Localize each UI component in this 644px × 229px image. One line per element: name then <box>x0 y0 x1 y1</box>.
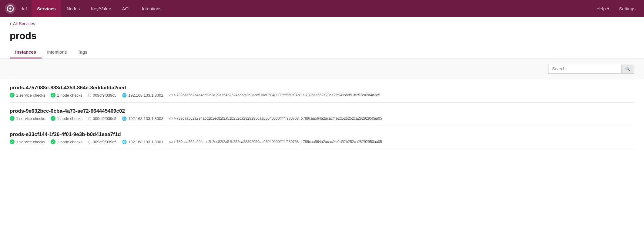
svg-point-4 <box>12 9 14 11</box>
service-meta: ✓ 1 service checks ✓ 1 node checks ⬡ 009… <box>10 93 634 98</box>
address-label: 192.168.133.1:8001 <box>128 140 163 144</box>
node-checks-label: 1 node checks <box>57 140 82 144</box>
svg-point-2 <box>9 8 12 10</box>
search-wrapper: 🔍 <box>548 64 634 74</box>
nav-services[interactable]: Services <box>32 0 61 17</box>
tag-icon: 🏷 <box>169 93 173 98</box>
tags-item: 🏷 t-789caa562a294acc2b2ec82f2a51b252ca28… <box>169 116 382 121</box>
service-name[interactable]: prods-e33cf144-1f26-4f01-9e3b-b0d41eaa7f… <box>10 131 634 138</box>
link-icon: ⬡ <box>88 116 91 121</box>
node-id-item: ⬡ 009cf9f039c5 <box>88 93 116 98</box>
nav-keyvalue[interactable]: Key/Value <box>85 0 116 17</box>
link-icon: ⬡ <box>88 140 91 144</box>
help-button[interactable]: Help ▾ <box>593 6 613 11</box>
service-meta: ✓ 1 service checks ✓ 1 node checks ⬡ 009… <box>10 139 634 144</box>
service-checks-label: 1 service checks <box>16 93 45 98</box>
node-check-icon: ✓ <box>51 93 55 98</box>
search-bar-row: 🔍 <box>0 58 644 79</box>
nav-nodes[interactable]: Nodes <box>61 0 85 17</box>
breadcrumb[interactable]: ‹ All Services <box>0 17 644 30</box>
globe-icon: 🌐 <box>122 93 127 98</box>
consul-logo-icon <box>5 3 16 14</box>
service-meta: ✓ 1 service checks ✓ 1 node checks ⬡ 009… <box>10 116 634 121</box>
table-row: prods-9e632bcc-0cba-4a73-ae72-664445409c… <box>10 102 634 126</box>
tags-item: 🏷 t-789caa562a4a4dcf2c2e29aa54b2524acecf… <box>169 93 380 98</box>
node-checks-label: 1 node checks <box>57 93 82 98</box>
address-label: 192.168.133.1:8003 <box>128 116 163 121</box>
table-row: prods-e33cf144-1f26-4f01-9e3b-b0d41eaa7f… <box>10 126 634 149</box>
node-checks-item: ✓ 1 node checks <box>51 93 82 98</box>
service-check-icon: ✓ <box>10 116 15 121</box>
service-checks-item: ✓ 1 service checks <box>10 139 45 144</box>
svg-point-3 <box>10 5 11 6</box>
node-id-label: 009cf9f039c5 <box>93 140 116 144</box>
navbar: dc1 Services Nodes Key/Value ACL Intenti… <box>0 0 644 17</box>
page-title: prods <box>0 30 644 46</box>
datacenter-label[interactable]: dc1 <box>18 6 30 11</box>
breadcrumb-label: All Services <box>13 21 35 26</box>
node-id-item: ⬡ 009cf9f039c5 <box>88 140 116 144</box>
address-label: 192.168.133.1:8002 <box>128 93 163 98</box>
service-checks-item: ✓ 1 service checks <box>10 116 45 121</box>
nav-intentions[interactable]: Intentions <box>136 0 167 17</box>
tab-instances[interactable]: Instances <box>10 46 42 58</box>
node-check-icon: ✓ <box>51 139 55 144</box>
service-checks-item: ✓ 1 service checks <box>10 93 45 98</box>
tags-label: t-789caa562a294acc2b2ec82f2a51b252ca2829… <box>174 140 382 144</box>
node-checks-item: ✓ 1 node checks <box>51 139 82 144</box>
node-checks-item: ✓ 1 node checks <box>51 116 82 121</box>
navbar-right: Help ▾ Settings <box>593 6 639 11</box>
tags-item: 🏷 t-789caa562a294acc2b2ec82f2a51b252ca28… <box>169 140 382 144</box>
nav-items: Services Nodes Key/Value ACL Intentions <box>32 0 593 17</box>
node-id-item: ⬡ 009cf9f039c5 <box>88 116 116 121</box>
tab-intentions[interactable]: Intentions <box>42 46 72 58</box>
tag-icon: 🏷 <box>169 116 173 121</box>
globe-icon: 🌐 <box>122 116 127 121</box>
search-icon: 🔍 <box>625 67 630 71</box>
address-item: 🌐 192.168.133.1:8002 <box>122 93 163 98</box>
tab-tags[interactable]: Tags <box>72 46 93 58</box>
service-list: prods-4757088e-883d-4353-864e-8eddadda2c… <box>0 79 644 149</box>
service-name[interactable]: prods-4757088e-883d-4353-864e-8eddadda2c… <box>10 85 634 91</box>
search-input[interactable] <box>548 64 621 73</box>
address-item: 🌐 192.168.133.1:8003 <box>122 116 163 121</box>
node-id-label: 009cf9f039c5 <box>93 93 116 98</box>
service-checks-label: 1 service checks <box>16 140 45 144</box>
table-row: prods-4757088e-883d-4353-864e-8eddadda2c… <box>10 79 634 102</box>
node-id-label: 009cf9f039c5 <box>93 116 116 121</box>
tabs-bar: Instances Intentions Tags <box>0 46 644 58</box>
link-icon: ⬡ <box>88 93 91 98</box>
nav-acl[interactable]: ACL <box>117 0 136 17</box>
tags-label: t-789caa562a294acc2b2ec82f2a51b252ca2829… <box>174 116 382 121</box>
svg-point-5 <box>7 9 8 11</box>
settings-button[interactable]: Settings <box>615 6 639 11</box>
tags-label: t-789caa562a4a4dcf2c2e29aa54b2524acecf2b… <box>174 93 380 97</box>
globe-icon: 🌐 <box>122 140 127 144</box>
node-checks-label: 1 node checks <box>57 116 82 121</box>
node-check-icon: ✓ <box>51 116 55 121</box>
address-item: 🌐 192.168.133.1:8001 <box>122 140 163 144</box>
service-name[interactable]: prods-9e632bcc-0cba-4a73-ae72-664445409c… <box>10 108 634 114</box>
chevron-down-icon: ▾ <box>607 6 609 11</box>
back-arrow-icon: ‹ <box>10 21 11 26</box>
search-button[interactable]: 🔍 <box>621 65 634 73</box>
tag-icon: 🏷 <box>169 140 173 144</box>
service-checks-label: 1 service checks <box>16 116 45 121</box>
service-check-icon: ✓ <box>10 139 15 144</box>
service-check-icon: ✓ <box>10 93 15 98</box>
